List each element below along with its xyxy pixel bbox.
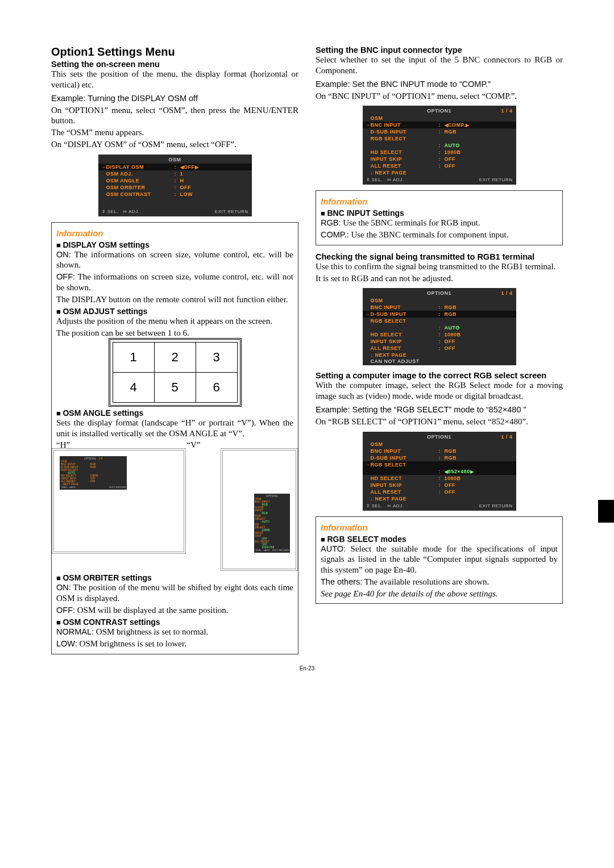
info-box-osm: Information DISPLAY OSM settings ON: The… <box>51 222 298 654</box>
info-box-rgbselect: Information RGB SELECT modes AUTO: Selec… <box>316 516 563 604</box>
para: The “OSM” menu appears. <box>51 127 298 138</box>
para: On “DISPLAY OSM” of “OSM” menu, select “… <box>51 139 298 150</box>
heading-bnc: Setting the BNC input connector type <box>316 45 563 55</box>
heading-rgb-select: Setting a computer image to the correct … <box>316 371 563 380</box>
sub-heading: OSM ORBITER settings <box>56 573 293 582</box>
para: On “OPTION1” menu, select “OSM”, then pr… <box>51 105 298 127</box>
info-heading: Information <box>56 228 293 238</box>
left-column: Option1 Settings Menu Setting the on-scr… <box>51 45 298 654</box>
osd-panel-osm: OSM DISPLAY OSM:OFF OSM ADJ.:1 OSM ANGLE… <box>98 155 252 216</box>
sub-heading: OSM CONTRAST settings <box>56 617 293 627</box>
page-footer: En-23 <box>0 665 614 671</box>
osd-panel-option1-dsub: OPTION11 / 4 OSM BNC INPUT:RGB D-SUB INP… <box>363 288 516 365</box>
position-grid: 123 456 <box>113 342 238 403</box>
thumb-index-tab <box>598 500 614 523</box>
heading-check-signal: Checking the signal being transmitted to… <box>316 252 563 261</box>
osd-title: OSM <box>168 157 181 162</box>
right-column: Setting the BNC input connector type Sel… <box>316 45 563 654</box>
info-box-bnc: Information BNC INPUT Settings RGB: Use … <box>316 190 563 245</box>
sub-heading: DISPLAY OSM settings <box>56 240 293 249</box>
osd-panel-option1-bnc: OPTION11 / 4 OSM BNC INPUT:COMP. D-SUB I… <box>363 106 516 185</box>
screen-h-thumb: OPTION1 1/4 OSM BNC INPUTRGB D-SUB INPUT… <box>56 453 181 549</box>
screen-v-thumb: OPTION1 OSM BNC INPUT RGB D-SUB INPUT RG… <box>225 453 293 566</box>
osd-panel-option1-rgbselect: OPTION11 / 4 OSM BNC INPUT:RGB D-SUB INP… <box>363 432 516 511</box>
heading-onscreen-menu: Setting the on-screen menu <box>51 60 298 69</box>
example: Example: Turning the DISPLAY OSM off <box>51 94 298 103</box>
section-title: Option1 Settings Menu <box>51 45 298 59</box>
para: This sets the position of the menu, the … <box>51 69 298 90</box>
sub-heading: OSM ADJUST settings <box>56 307 293 316</box>
sub-heading: OSM ANGLE settings <box>56 408 293 418</box>
